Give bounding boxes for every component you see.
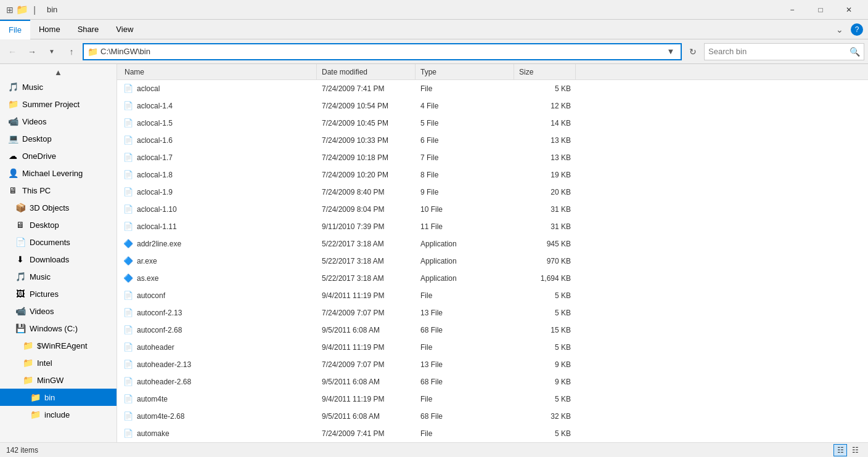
sidebar-item-windows--c--[interactable]: 💾Windows (C:) <box>0 320 117 337</box>
file-name: autoconf-2.13 <box>137 309 182 317</box>
table-row[interactable]: 📄 autoconf 9/4/2011 11:19 PM File 5 KB <box>117 287 868 304</box>
col-header-name[interactable]: Name <box>120 64 317 79</box>
sidebar-item--winreagent[interactable]: 📁$WinREAgent <box>0 337 117 354</box>
sidebar-item-label: OneDrive <box>22 152 56 161</box>
sidebar-item-downloads[interactable]: ⬇Downloads <box>0 251 117 268</box>
file-size: 5 KB <box>514 395 576 403</box>
tab-share[interactable]: Share <box>69 20 108 39</box>
content-area: Name Date modified Type Size 📄 aclocal 7… <box>117 64 868 442</box>
file-size: 5 KB <box>514 84 576 93</box>
tab-view[interactable]: View <box>107 20 142 39</box>
file-icon: 🔷 <box>123 256 133 265</box>
tab-home[interactable]: Home <box>30 20 69 39</box>
details-view-button[interactable]: ☷ <box>833 444 847 456</box>
table-row[interactable]: 📄 autom4te-2.68 9/5/2011 6:08 AM 68 File… <box>117 408 868 425</box>
folder-icon: ⬇ <box>15 254 26 265</box>
help-button[interactable]: ? <box>851 23 863 36</box>
folder-icon: 🖥 <box>15 219 26 230</box>
search-input[interactable] <box>708 47 850 56</box>
file-size: 5 KB <box>514 429 576 438</box>
file-date: 7/24/2009 7:07 PM <box>317 309 416 317</box>
file-name: aclocal-1.6 <box>137 136 173 145</box>
file-icon: 📄 <box>123 84 133 93</box>
table-row[interactable]: 📄 aclocal-1.4 7/24/2009 10:54 PM 4 File … <box>117 97 868 115</box>
file-icon: 📄 <box>123 429 133 438</box>
table-row[interactable]: 🔷 addr2line.exe 5/22/2017 3:18 AM Applic… <box>117 235 868 253</box>
table-row[interactable]: 📄 aclocal-1.9 7/24/2009 8:40 PM 9 File 2… <box>117 184 868 201</box>
address-dropdown-button[interactable]: ▼ <box>665 47 677 56</box>
sidebar-item-music[interactable]: 🎵Music <box>0 78 117 95</box>
sidebar-item-michael-levering[interactable]: 👤Michael Levering <box>0 164 117 182</box>
folder-icon: 🎵 <box>15 271 26 282</box>
table-row[interactable]: 📄 aclocal-1.8 7/24/2009 10:20 PM 8 File … <box>117 166 868 184</box>
sidebar-item-videos[interactable]: 📹Videos <box>0 113 117 130</box>
file-date: 7/24/2009 10:20 PM <box>317 171 416 179</box>
table-row[interactable]: 🔷 as.exe 5/22/2017 3:18 AM Application 1… <box>117 270 868 287</box>
col-header-type[interactable]: Type <box>416 64 514 79</box>
minimize-button[interactable]: − <box>778 0 806 20</box>
divider-icon: | <box>30 5 39 15</box>
sidebar-item-label: Summer Project <box>22 100 80 109</box>
close-button[interactable]: ✕ <box>835 0 863 20</box>
file-list: 📄 aclocal 7/24/2009 7:41 PM File 5 KB 📄 … <box>117 80 868 442</box>
sidebar-item-label: Videos <box>30 307 54 316</box>
sidebar-item-pictures[interactable]: 🖼Pictures <box>0 285 117 302</box>
sidebar-item-label: Music <box>22 83 43 92</box>
col-header-size[interactable]: Size <box>514 64 576 79</box>
file-date: 7/24/2009 10:54 PM <box>317 102 416 110</box>
sidebar-item-videos[interactable]: 📹Videos <box>0 302 117 320</box>
folder-icon: 📹 <box>15 305 26 317</box>
search-icon[interactable]: 🔍 <box>850 47 860 57</box>
file-icon: 📄 <box>123 118 133 127</box>
file-date: 7/24/2009 10:33 PM <box>317 136 416 145</box>
forward-button[interactable]: → <box>23 43 41 60</box>
file-icon: 🔷 <box>123 239 133 248</box>
folder-icon: 📁 <box>17 5 27 15</box>
table-row[interactable]: 📄 autoheader-2.13 7/24/2009 7:07 PM 13 F… <box>117 356 868 373</box>
sidebar-item-documents[interactable]: 📄Documents <box>0 233 117 251</box>
sidebar-item-include[interactable]: 📁include <box>0 406 117 423</box>
table-row[interactable]: 📄 aclocal-1.10 7/24/2009 8:04 PM 10 File… <box>117 201 868 218</box>
system-icon: ⊞ <box>5 5 15 15</box>
sidebar-item-music[interactable]: 🎵Music <box>0 268 117 285</box>
table-row[interactable]: 📄 aclocal-1.5 7/24/2009 10:45 PM 5 File … <box>117 115 868 132</box>
ribbon-expand-button[interactable]: ⌄ <box>831 21 848 38</box>
sidebar-item-desktop[interactable]: 🖥Desktop <box>0 216 117 233</box>
file-size: 19 KB <box>514 171 576 179</box>
col-header-date[interactable]: Date modified <box>317 64 416 79</box>
address-input[interactable] <box>100 47 665 56</box>
back-button[interactable]: ← <box>4 43 21 60</box>
sidebar-item-desktop[interactable]: 💻Desktop <box>0 130 117 147</box>
table-row[interactable]: 📄 automake 7/24/2009 7:41 PM File 5 KB <box>117 425 868 442</box>
table-row[interactable]: 📄 aclocal-1.6 7/24/2009 10:33 PM 6 File … <box>117 132 868 149</box>
table-row[interactable]: 📄 aclocal-1.7 7/24/2009 10:18 PM 7 File … <box>117 149 868 166</box>
address-input-wrap[interactable]: 📁 ▼ <box>83 43 682 60</box>
search-wrap[interactable]: 🔍 <box>704 43 864 60</box>
sidebar-item-3d-objects[interactable]: 📦3D Objects <box>0 199 117 216</box>
tab-file[interactable]: File <box>0 20 30 39</box>
large-icon-view-button[interactable]: ☷ <box>848 444 862 456</box>
sidebar-item-onedrive[interactable]: ☁OneDrive <box>0 147 117 164</box>
sidebar-item-mingw[interactable]: 📁MinGW <box>0 371 117 389</box>
table-row[interactable]: 📄 autom4te 9/4/2011 11:19 PM File 5 KB <box>117 390 868 408</box>
sidebar-item-this-pc[interactable]: 🖥This PC <box>0 182 117 199</box>
sidebar-item-summer-project[interactable]: 📁Summer Project <box>0 95 117 113</box>
column-headers: Name Date modified Type Size <box>117 64 868 80</box>
sidebar-scroll-up[interactable]: ▲ <box>0 67 117 78</box>
sidebar-item-bin[interactable]: 📁bin <box>0 389 117 406</box>
table-row[interactable]: 🔷 ar.exe 5/22/2017 3:18 AM Application 9… <box>117 253 868 270</box>
refresh-button[interactable]: ↻ <box>684 43 702 60</box>
file-icon: 📄 <box>123 291 133 300</box>
table-row[interactable]: 📄 aclocal 7/24/2009 7:41 PM File 5 KB <box>117 80 868 97</box>
table-row[interactable]: 📄 autoconf-2.13 7/24/2009 7:07 PM 13 Fil… <box>117 304 868 322</box>
file-date: 5/22/2017 3:18 AM <box>317 274 416 283</box>
table-row[interactable]: 📄 aclocal-1.11 9/11/2010 7:39 PM 11 File… <box>117 218 868 235</box>
recent-button[interactable]: ▼ <box>43 43 60 60</box>
table-row[interactable]: 📄 autoheader-2.68 9/5/2011 6:08 AM 68 Fi… <box>117 373 868 390</box>
up-button[interactable]: ↑ <box>63 43 80 60</box>
table-row[interactable]: 📄 autoconf-2.68 9/5/2011 6:08 AM 68 File… <box>117 322 868 339</box>
table-row[interactable]: 📄 autoheader 9/4/2011 11:19 PM File 5 KB <box>117 339 868 356</box>
sidebar-item-intel[interactable]: 📁Intel <box>0 354 117 371</box>
maximize-button[interactable]: □ <box>806 0 835 20</box>
file-date: 9/5/2011 6:08 AM <box>317 412 416 421</box>
